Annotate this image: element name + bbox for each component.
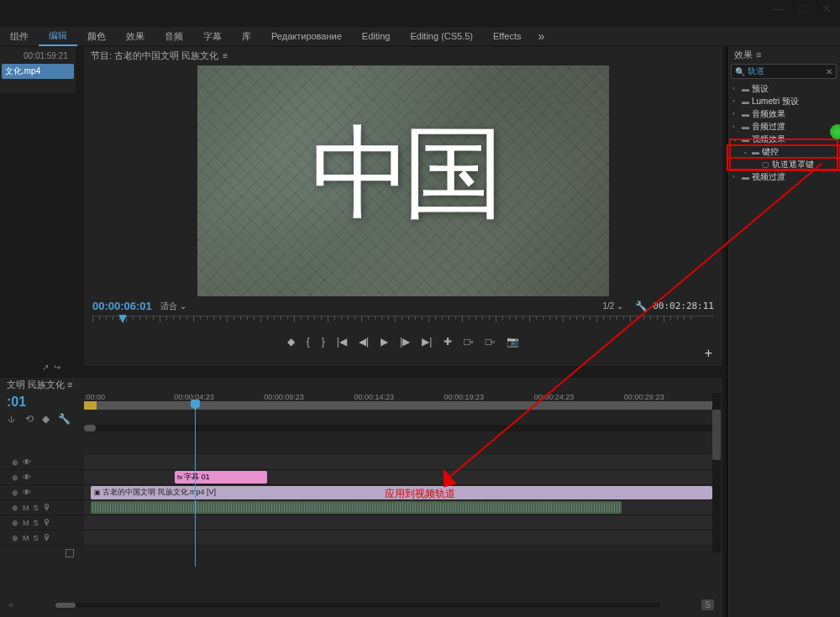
source-clip[interactable]: 文化.mp4 [2, 64, 74, 79]
program-title: 节目: 古老的中国文明 民族文化 [91, 50, 218, 62]
close-button[interactable]: ✕ [822, 2, 832, 15]
track-a3[interactable] [84, 531, 714, 546]
time-labels: :00:00 00:00:04:23 00:00:09:23 00:00:14:… [84, 393, 714, 401]
wrench-icon[interactable]: 🔧 [58, 413, 71, 425]
timeline-v-scroll[interactable] [712, 393, 721, 552]
tab-components[interactable]: 组件 [0, 28, 39, 45]
track-head-v3[interactable]: ⊕👁 [0, 455, 84, 470]
timeline-ruler[interactable]: :00:00 00:00:04:23 00:00:09:23 00:00:14:… [84, 401, 714, 418]
tab-color[interactable]: 颜色 [77, 28, 116, 45]
effects-title: 效果 [734, 49, 753, 61]
share-icon[interactable]: ↗ [42, 363, 49, 372]
snap-icon[interactable]: ⫝ [7, 413, 17, 425]
step-back-icon[interactable]: ◀| [359, 336, 369, 348]
program-tc-current[interactable]: 00:00:06:01 [92, 300, 152, 312]
go-to-in-icon[interactable]: |◀ [337, 336, 347, 348]
effects-tree-item[interactable]: ›▬视频过渡 [727, 170, 840, 183]
settings-wrench-icon[interactable]: 🔧 [635, 301, 648, 312]
link-icon[interactable]: ⟲ [25, 413, 34, 425]
track-a2[interactable] [84, 515, 714, 531]
effects-header: 效果 ≡ [727, 47, 840, 62]
camera-icon[interactable]: 📷 [507, 336, 519, 348]
waveform [92, 503, 620, 512]
effects-search[interactable]: 🔍 轨道 ✕ [731, 64, 837, 79]
track-headers: ⊕👁 ⊕👁 ⊕👁 ⊕MS🎙 ⊕MS🎙 ⊕MS🎙 [0, 455, 84, 546]
step-fwd-icon[interactable]: |▶ [400, 336, 410, 348]
track-head-a2[interactable]: ⊕MS🎙 [0, 515, 84, 531]
source-timecode: 00:01:59:21 [24, 51, 76, 60]
panel-menu-icon[interactable]: ≡ [223, 51, 228, 60]
timeline-s-badge[interactable]: S [701, 599, 714, 610]
fit-dropdown[interactable]: 适合 ⌄ [160, 301, 186, 312]
folder-icon: ▬ [742, 123, 749, 131]
timeline-h-scroll[interactable] [84, 425, 714, 431]
tab-library[interactable]: 库 [232, 28, 261, 45]
effects-tree-item[interactable]: ›▬预设 [727, 82, 840, 95]
tab-editing-ru[interactable]: Редактирование [261, 29, 352, 44]
tab-effects[interactable]: 效果 [116, 28, 155, 45]
tree-item-label: Lumetri 预设 [752, 96, 799, 107]
lift-icon[interactable]: ✚ [444, 336, 452, 348]
mark-in-icon[interactable]: ◆ [287, 336, 295, 348]
program-timecode-row: 00:00:06:01 适合 ⌄ 1/2 ⌄ 🔧 00:02:28:11 [84, 296, 722, 316]
program-monitor[interactable]: 中国 [197, 65, 609, 296]
tab-audio[interactable]: 音频 [155, 28, 193, 45]
clip-icon: ▣ [94, 489, 101, 496]
export-frame-icon[interactable]: □▫ [486, 336, 496, 348]
chevron-icon: › [732, 110, 739, 118]
track-head-v1[interactable]: ⊕👁 [0, 485, 84, 500]
zoom-dropdown[interactable]: 1/2 ⌄ [602, 301, 623, 311]
track-head-a3[interactable]: ⊕MS🎙 [0, 531, 84, 546]
effects-tree-item[interactable]: ›▬音频效果 [727, 107, 840, 120]
timeline-header: 文明 民族文化 ≡ [0, 378, 722, 393]
tab-edit[interactable]: 编辑 [39, 27, 77, 46]
timeline-playhead-tc[interactable]: :01 [7, 395, 26, 410]
minimize-button[interactable]: — [773, 2, 785, 15]
panel-menu-icon[interactable]: ≡ [756, 50, 761, 60]
chevron-icon: › [732, 173, 739, 180]
effects-tree-item[interactable]: ⌄▬键控 [727, 145, 840, 158]
track-head-v2[interactable]: ⊕👁 [0, 470, 84, 485]
track-v3[interactable] [84, 455, 714, 470]
mic-icon: 🎙 [43, 518, 51, 527]
mark-out-icon[interactable]: { [307, 336, 310, 348]
preset-icon: ▢ [762, 160, 769, 169]
maximize-button[interactable]: □ [800, 2, 806, 15]
tab-effects-en[interactable]: Effects [483, 29, 531, 44]
tree-item-label: 视频效果 [752, 133, 785, 145]
effects-tree-item[interactable]: ▢轨道遮罩键 [727, 158, 840, 170]
effects-panel: 效果 ≡ 🔍 轨道 ✕ ›▬预设›▬Lumetri 预设›▬音频效果›▬音频过渡… [727, 47, 840, 617]
timeline-playhead[interactable] [195, 401, 196, 567]
tab-captions[interactable]: 字幕 [193, 28, 232, 45]
transport-controls: ◆ { } |◀ ◀| ▶ |▶ ▶| ✚ □▫ □▫ 📷 [84, 331, 722, 353]
more-tabs-button[interactable]: » [538, 29, 544, 43]
clear-search-icon[interactable]: ✕ [826, 67, 832, 76]
mic-icon: 🎙 [43, 503, 51, 512]
track-a1[interactable] [84, 500, 714, 515]
add-button[interactable]: + [705, 346, 712, 361]
timeline-o-icon[interactable]: ○ [8, 600, 13, 609]
extract-icon[interactable]: □▫ [464, 336, 474, 348]
folder-icon: ▬ [742, 173, 749, 181]
effects-tree-item[interactable]: ⌄▬视频效果 [727, 133, 840, 145]
track-head-a1[interactable]: ⊕MS🎙 [0, 500, 84, 515]
marker-icon[interactable]: ◆ [42, 413, 50, 425]
audio-clip[interactable] [91, 501, 622, 514]
program-ruler[interactable] [92, 316, 714, 331]
mark-clip-icon[interactable]: } [322, 336, 325, 348]
play-icon[interactable]: ▶ [381, 336, 388, 348]
subtitle-clip[interactable]: fx字幕 01 [175, 471, 267, 484]
timeline-zoom[interactable] [55, 603, 660, 608]
search-query: 轨道 [748, 65, 826, 77]
effects-tree-item[interactable]: ›▬音频过渡 [727, 120, 840, 133]
tab-editing[interactable]: Editing [352, 29, 401, 44]
folder-icon: ▬ [742, 135, 749, 144]
export-icon[interactable]: ↪ [54, 363, 60, 372]
effects-tree-item[interactable]: ›▬Lumetri 预设 [727, 95, 840, 107]
sequence-name[interactable]: 文明 民族文化 [7, 379, 65, 390]
track-v2[interactable]: fx字幕 01 [84, 470, 714, 485]
go-to-out-icon[interactable]: ▶| [422, 336, 432, 348]
tab-editing-cs55[interactable]: Editing (CS5.5) [400, 29, 483, 44]
annotation-label: 应用到视频轨道 [385, 487, 455, 501]
source-panel: 00:01:59:21 文化.mp4 [0, 47, 76, 93]
